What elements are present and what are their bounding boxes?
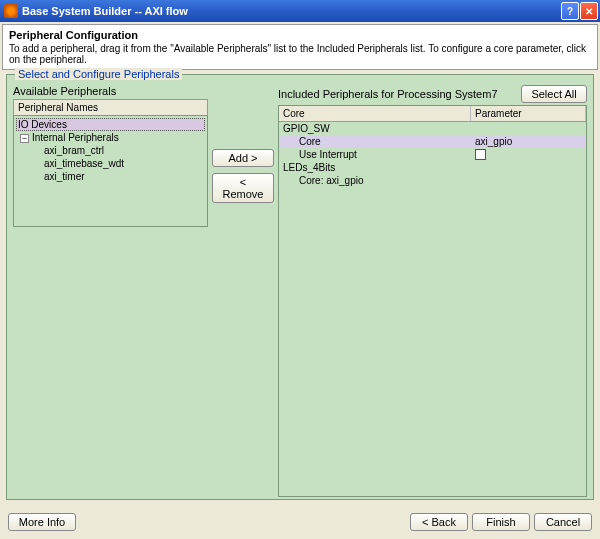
config-header-description: To add a peripheral, drag it from the "A… (9, 43, 591, 65)
available-label: Available Peripherals (13, 85, 208, 97)
included-peripherals-panel: Included Peripherals for Processing Syst… (278, 85, 587, 497)
included-label: Included Peripherals for Processing Syst… (278, 88, 498, 100)
column-header-core[interactable]: Core (279, 106, 471, 121)
back-button[interactable]: < Back (410, 513, 468, 531)
interrupt-label: Use Interrupt (279, 148, 471, 161)
core-value: axi_gpio (471, 135, 586, 148)
peripheral-names-header[interactable]: Peripheral Names (13, 99, 208, 115)
add-button[interactable]: Add > (212, 149, 274, 167)
tree-item-label: IO Devices (18, 119, 67, 130)
remove-button[interactable]: < Remove (212, 173, 274, 203)
tree-item-label: axi_timebase_wdt (44, 158, 124, 169)
tree-item-internal-peripherals[interactable]: −Internal Peripherals (16, 131, 205, 144)
included-row-leds-core[interactable]: Core: axi_gpio (279, 174, 586, 187)
tree-item-label: axi_bram_ctrl (44, 145, 104, 156)
included-row-gpio-sw-core[interactable]: Core axi_gpio (279, 135, 586, 148)
finish-button[interactable]: Finish (472, 513, 530, 531)
help-button[interactable]: ? (561, 2, 579, 20)
titlebar: Base System Builder -- AXI flow ? ✕ (0, 0, 600, 22)
available-empty-space (13, 227, 208, 497)
transfer-buttons: Add > < Remove (212, 85, 274, 497)
fieldset-legend: Select and Configure Peripherals (15, 68, 182, 80)
included-table-body: GPIO_SW Core axi_gpio Use Interrupt (279, 122, 586, 496)
tree-item-io-devices[interactable]: IO Devices (16, 118, 205, 131)
tree-item-axi-timebase-wdt[interactable]: axi_timebase_wdt (16, 157, 205, 170)
available-peripherals-tree[interactable]: IO Devices −Internal Peripherals axi_bra… (13, 115, 208, 227)
more-info-button[interactable]: More Info (8, 513, 76, 531)
bottom-bar: More Info < Back Finish Cancel (0, 509, 600, 535)
tree-item-label: axi_timer (44, 171, 85, 182)
tree-item-label: Internal Peripherals (32, 132, 119, 143)
peripheral-name: GPIO_SW (279, 122, 471, 135)
cancel-button[interactable]: Cancel (534, 513, 592, 531)
column-header-parameter[interactable]: Parameter (471, 106, 586, 121)
tree-item-axi-bram-ctrl[interactable]: axi_bram_ctrl (16, 144, 205, 157)
peripheral-name: LEDs_4Bits (279, 161, 471, 174)
included-row-gpio-sw-interrupt[interactable]: Use Interrupt (279, 148, 586, 161)
core-label: Core (279, 135, 471, 148)
included-row-gpio-sw[interactable]: GPIO_SW (279, 122, 586, 135)
peripherals-fieldset: Select and Configure Peripherals Availab… (6, 74, 594, 500)
select-all-button[interactable]: Select All (521, 85, 587, 103)
collapse-icon[interactable]: − (20, 134, 29, 143)
included-table: Core Parameter GPIO_SW Core axi_gpio (278, 105, 587, 497)
config-header-title: Peripheral Configuration (9, 29, 591, 41)
close-button[interactable]: ✕ (580, 2, 598, 20)
app-icon (4, 4, 18, 18)
config-header: Peripheral Configuration To add a periph… (2, 24, 598, 70)
included-table-header: Core Parameter (279, 106, 586, 122)
available-peripherals-panel: Available Peripherals Peripheral Names I… (13, 85, 208, 497)
included-row-leds[interactable]: LEDs_4Bits (279, 161, 586, 174)
use-interrupt-checkbox[interactable] (475, 149, 486, 160)
tree-item-axi-timer[interactable]: axi_timer (16, 170, 205, 183)
core-line: Core: axi_gpio (279, 174, 471, 187)
window-title: Base System Builder -- AXI flow (22, 5, 561, 17)
